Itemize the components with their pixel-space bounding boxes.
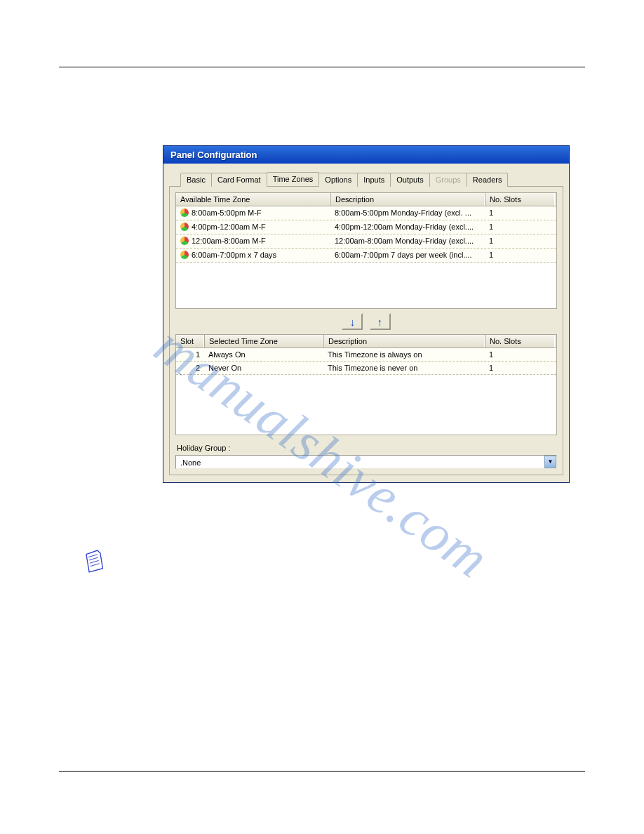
holiday-group-label: Holiday Group : bbox=[177, 444, 556, 452]
note-icon bbox=[83, 548, 107, 573]
window-title: Panel Configuration bbox=[163, 146, 569, 164]
cell-name: 8:00am-5:00pm M-F bbox=[192, 208, 262, 217]
table-row[interactable]: 2 Never On This Timezone is never on 1 bbox=[176, 362, 556, 375]
selected-header-slot[interactable]: Slot bbox=[176, 335, 204, 348]
tab-options[interactable]: Options bbox=[318, 173, 358, 187]
move-up-button[interactable]: ↑ bbox=[370, 313, 391, 330]
timezone-icon bbox=[180, 223, 189, 231]
cell-desc: 6:00am-7:00pm 7 days per week (incl.... bbox=[330, 249, 485, 262]
tab-outputs[interactable]: Outputs bbox=[390, 173, 430, 187]
move-buttons-row: ↓ ↑ bbox=[175, 313, 557, 330]
page-rule-top bbox=[59, 67, 585, 67]
tab-readers[interactable]: Readers bbox=[467, 173, 509, 187]
table-row[interactable]: 1 Always On This Timezone is always on 1 bbox=[176, 348, 556, 362]
table-row[interactable]: 6:00am-7:00pm x 7 days 6:00am-7:00pm 7 d… bbox=[176, 249, 556, 263]
tab-groups: Groups bbox=[429, 173, 467, 187]
timezone-icon bbox=[180, 251, 189, 259]
cell-name: Never On bbox=[204, 362, 323, 374]
cell-slots: 1 bbox=[485, 362, 555, 374]
table-row[interactable]: 8:00am-5:00pm M-F 8:00am-5:00pm Monday-F… bbox=[176, 206, 556, 220]
tab-basic[interactable]: Basic bbox=[180, 173, 212, 187]
tab-content-time-zones: Available Time Zone Description No. Slot… bbox=[169, 186, 563, 475]
cell-name: 4:00pm-12:00am M-F bbox=[192, 223, 266, 231]
tab-time-zones[interactable]: Time Zones bbox=[267, 172, 320, 186]
tab-inputs[interactable]: Inputs bbox=[357, 173, 391, 187]
cell-name: 12:00am-8:00am M-F bbox=[192, 237, 266, 245]
cell-name: Always On bbox=[204, 348, 323, 361]
table-row[interactable]: 4:00pm-12:00am M-F 4:00pm-12:00am Monday… bbox=[176, 220, 556, 234]
selected-header-name[interactable]: Selected Time Zone bbox=[204, 335, 323, 348]
cell-desc: 12:00am-8:00am Monday-Friday (excl.... bbox=[330, 234, 485, 248]
cell-desc: 4:00pm-12:00am Monday-Friday (excl.... bbox=[330, 220, 485, 234]
tab-card-format[interactable]: Card Format bbox=[211, 173, 267, 187]
available-header-name[interactable]: Available Time Zone bbox=[176, 193, 330, 206]
table-row[interactable]: 12:00am-8:00am M-F 12:00am-8:00am Monday… bbox=[176, 234, 556, 249]
available-header-slots[interactable]: No. Slots bbox=[485, 193, 555, 206]
selected-header-slots[interactable]: No. Slots bbox=[485, 335, 555, 348]
cell-slots: 1 bbox=[485, 234, 555, 248]
holiday-group-combo[interactable]: .None ▼ bbox=[175, 455, 557, 469]
available-grid-empty-area bbox=[176, 263, 556, 308]
cell-desc: This Timezone is always on bbox=[323, 348, 485, 361]
cell-slot: 2 bbox=[176, 362, 204, 374]
selected-header-desc[interactable]: Description bbox=[323, 335, 485, 348]
cell-slots: 1 bbox=[485, 249, 555, 262]
chevron-down-icon[interactable]: ▼ bbox=[544, 456, 556, 468]
timezone-icon bbox=[180, 208, 189, 217]
page-rule-bottom bbox=[59, 771, 585, 772]
selected-timezone-grid[interactable]: Slot Selected Time Zone Description No. … bbox=[175, 334, 557, 435]
move-down-button[interactable]: ↓ bbox=[342, 313, 363, 330]
cell-name: 6:00am-7:00pm x 7 days bbox=[192, 251, 276, 259]
cell-slots: 1 bbox=[485, 220, 555, 234]
available-grid-header: Available Time Zone Description No. Slot… bbox=[176, 193, 556, 206]
timezone-icon bbox=[180, 237, 189, 245]
cell-desc: This Timezone is never on bbox=[323, 362, 485, 374]
cell-slots: 1 bbox=[485, 348, 555, 361]
available-header-desc[interactable]: Description bbox=[330, 193, 485, 206]
holiday-group-value: .None bbox=[180, 458, 201, 467]
available-timezone-grid[interactable]: Available Time Zone Description No. Slot… bbox=[175, 192, 557, 309]
selected-grid-header: Slot Selected Time Zone Description No. … bbox=[176, 335, 556, 348]
cell-slots: 1 bbox=[485, 206, 555, 220]
cell-slot: 1 bbox=[176, 348, 204, 361]
panel-configuration-window: Panel Configuration Basic Card Format Ti… bbox=[163, 145, 570, 483]
cell-desc: 8:00am-5:00pm Monday-Friday (excl. ... bbox=[330, 206, 485, 220]
tab-strip: Basic Card Format Time Zones Options Inp… bbox=[163, 164, 569, 186]
selected-grid-empty-area bbox=[176, 375, 556, 435]
